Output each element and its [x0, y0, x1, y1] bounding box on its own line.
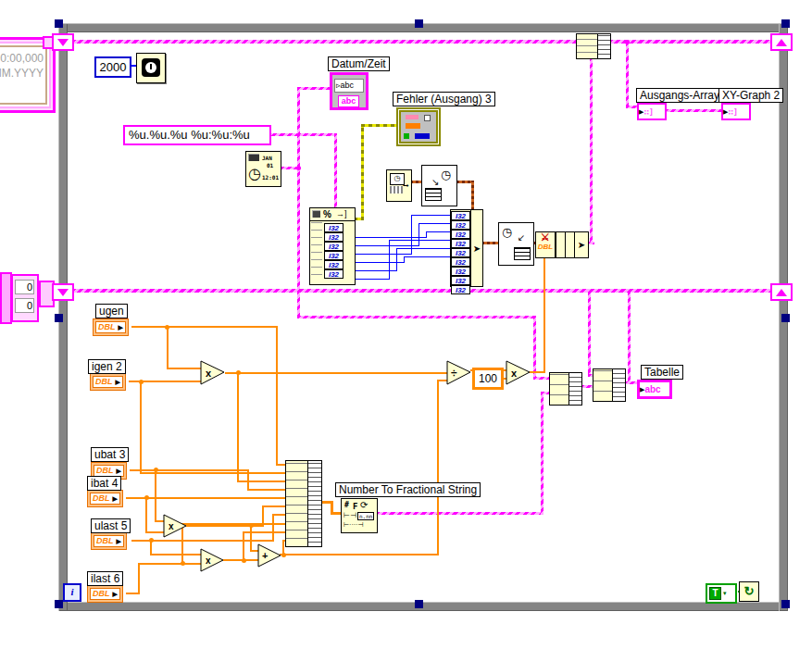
iteration-glyph: i: [70, 586, 73, 597]
bundle-node[interactable]: I32 I32 I32 I32 I32 I32 I32 I32 I32 ➤: [450, 209, 483, 287]
selection-handle[interactable]: [781, 600, 790, 608]
array-glyph: ∷]: [643, 107, 654, 117]
arrow-glyph: ▶: [113, 589, 118, 599]
scan-from-string-node[interactable]: % →] I32 I32 I32 I32 I32 I32: [309, 207, 356, 285]
number-to-fractional-label[interactable]: Number To Fractional String: [335, 482, 481, 497]
build-array-row-node[interactable]: [549, 372, 582, 406]
loop-condition-terminal[interactable]: ↻: [739, 581, 759, 602]
multiply-node-last[interactable]: x: [200, 548, 225, 573]
multiply-node-percent[interactable]: x: [506, 360, 531, 386]
percent-glyph: %: [323, 209, 331, 219]
selection-handle[interactable]: [55, 19, 63, 28]
shift-register-down-icon: [57, 39, 69, 46]
dbl-glyph: DBL: [96, 536, 114, 546]
xy-graph-terminal[interactable]: ▶ ∷]: [721, 103, 751, 120]
selection-handle[interactable]: [781, 19, 790, 28]
wire: [437, 380, 439, 555]
wire: [140, 472, 286, 474]
wire: [130, 469, 249, 471]
wait-ms-icon[interactable]: [136, 53, 166, 83]
wire: [396, 248, 450, 249]
i32-cell: I32: [451, 230, 470, 239]
xy-graph-label[interactable]: XY-Graph 2: [718, 88, 783, 103]
terminal-label-ugen[interactable]: ugen: [95, 304, 128, 318]
datum-zeit-indicator[interactable]: ▹abc abc: [330, 72, 369, 110]
i32-cell: I32: [324, 242, 344, 251]
arrow-glyph: ▶: [119, 322, 123, 332]
terminal-label-igen2[interactable]: igen 2: [88, 359, 126, 374]
to-dbl-node[interactable]: ⚔ DBL: [535, 231, 556, 258]
while-loop-border-bottom[interactable]: [58, 602, 788, 611]
terminal-ilast6[interactable]: DBL▶: [87, 585, 123, 603]
get-datetime-seconds-icon[interactable]: ◷ ➞: [386, 169, 412, 202]
build-array-values-node[interactable]: [285, 460, 322, 547]
tabelle-label[interactable]: Tabelle: [641, 365, 683, 380]
multiply-node-bat[interactable]: x: [163, 514, 188, 539]
wire: [581, 385, 593, 388]
init-zero-field[interactable]: 0: [15, 280, 34, 294]
terminal-label-ubat3[interactable]: ubat 3: [91, 447, 129, 462]
shift-register-right-bottom[interactable]: [770, 283, 793, 301]
time-glyph: 12:01: [262, 174, 279, 181]
get-datetime-string-icon[interactable]: JAN 01 ◷ 12:01: [245, 151, 281, 187]
terminal-label-ibat4[interactable]: ibat 4: [87, 476, 121, 491]
shift-register-left-bottom[interactable]: [52, 283, 74, 301]
build-array-xy-node[interactable]: [576, 33, 611, 59]
wire: [533, 377, 550, 380]
number-to-fractional-node[interactable]: # F ⟳ ⊢⊣ n.nn ⊢····⊣: [341, 498, 378, 533]
format-string-constant[interactable]: %u.%u.%u %u:%u:%u: [123, 125, 271, 145]
seconds-to-datetime-icon[interactable]: ◷ ↘: [421, 165, 457, 206]
true-constant[interactable]: T ▾: [706, 583, 737, 604]
i32-cell: I32: [451, 257, 470, 267]
init-cluster-constant[interactable]: 0 0: [11, 274, 39, 322]
shift-register-right-top[interactable]: [770, 33, 793, 51]
hourglass-icon: ⚔: [536, 232, 555, 243]
wire: [138, 563, 202, 565]
wire: [237, 481, 286, 482]
build-array-table-node[interactable]: [593, 368, 626, 402]
wire-junction: [249, 523, 254, 528]
ausgangs-array-label[interactable]: Ausgangs-Array: [636, 88, 723, 103]
iteration-terminal[interactable]: i: [63, 583, 81, 602]
init-zero-field[interactable]: 0: [15, 298, 34, 313]
wire-junction: [181, 561, 185, 566]
divide-node[interactable]: ÷: [446, 360, 472, 386]
wait-ms-constant[interactable]: 2000: [94, 56, 131, 78]
terminal-ulast5[interactable]: DBL▶: [91, 532, 127, 550]
selection-handle[interactable]: [55, 600, 63, 608]
wire: [533, 316, 536, 380]
wire: [396, 248, 397, 271]
error-out-label[interactable]: Fehler (Ausgang) 3: [393, 92, 495, 106]
while-loop-border-top[interactable]: [58, 23, 788, 32]
terminal-igen2[interactable]: DBL▶: [90, 373, 126, 391]
bundle-xy-node[interactable]: ➤: [556, 231, 589, 258]
error-out-indicator[interactable]: [396, 107, 441, 146]
hundred-constant[interactable]: 100: [472, 368, 504, 390]
clock-icon: ◷: [248, 167, 261, 181]
terminal-ibat4[interactable]: DBL▶: [87, 490, 123, 507]
terminal-label-ulast5[interactable]: ulast 5: [91, 518, 131, 533]
wire: [138, 563, 140, 594]
datum-zeit-label[interactable]: Datum/Zeit: [328, 56, 390, 71]
wire: [297, 316, 536, 318]
tabelle-terminal[interactable]: ▶ abc: [637, 380, 672, 399]
selection-handle[interactable]: [415, 19, 423, 28]
nnn-glyph: n.nn: [357, 512, 374, 520]
selection-handle[interactable]: [781, 314, 790, 322]
add-node[interactable]: +: [257, 543, 282, 568]
multiply-node-gen[interactable]: x: [200, 360, 226, 386]
abc-glyph: abc: [342, 96, 356, 106]
wire: [389, 240, 390, 280]
shift-register-down-icon: [57, 289, 69, 296]
wire: [404, 256, 405, 263]
selection-handle[interactable]: [55, 314, 63, 322]
terminal-label-ilast6[interactable]: ilast 6: [87, 571, 123, 586]
shift-register-left-top[interactable]: [52, 33, 74, 51]
selection-handle[interactable]: [415, 600, 423, 608]
wire: [626, 43, 629, 107]
datetime-to-seconds-icon[interactable]: ◷ ↙: [498, 222, 534, 266]
terminal-ugen[interactable]: DBL▶: [93, 318, 129, 336]
labview-block-diagram: 0:00,000 MM.YYYY 0 0: [0, 0, 812, 649]
ausgangs-array-terminal[interactable]: ▶ ∷]: [637, 103, 667, 120]
i32-cell: I32: [324, 251, 344, 260]
